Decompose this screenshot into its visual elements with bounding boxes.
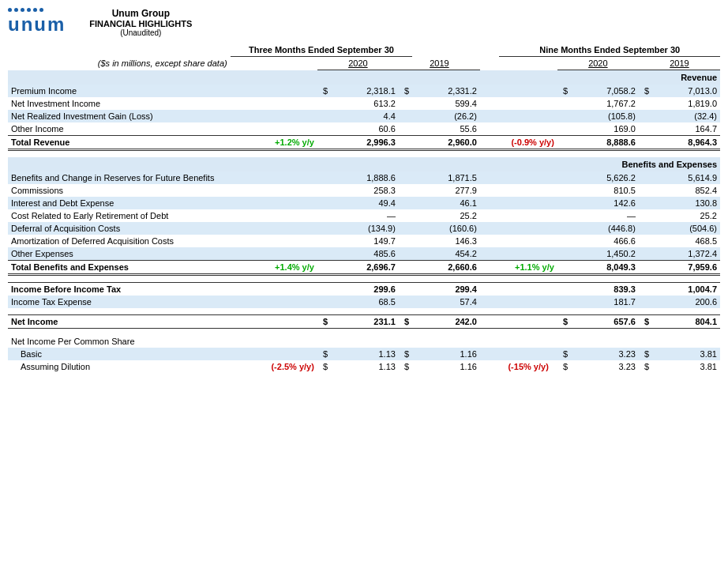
int-debt-ytd-2019: 130.8: [652, 197, 720, 209]
deferral-row: Deferral of Acquisition Costs (134.9) (1…: [8, 222, 720, 235]
diluted-dollar1: $: [317, 360, 331, 373]
premium-q3-2020: 2,318.1: [331, 85, 399, 97]
net-dollar1: $: [317, 315, 331, 329]
net-income-row: Net Income $ 231.1 $ 242.0 $ 657.6 $ 804…: [8, 315, 720, 329]
ytd-2020-header: 2020: [557, 57, 639, 70]
deferral-label: Deferral of Acquisition Costs: [8, 222, 231, 235]
tax-ytd-2019: 200.6: [652, 296, 720, 308]
ben-res-q3-2020: 1,888.6: [331, 171, 399, 184]
total-ben-ytd-2019: 7,959.6: [652, 261, 720, 275]
net-q3-2020: 231.1: [331, 315, 399, 329]
logo: [8, 8, 43, 13]
basic-ytd-2020: 3.23: [571, 348, 639, 360]
other-income-label: Other Income: [8, 122, 231, 136]
total-revenue-label: Total Revenue: [8, 136, 231, 150]
diluted-yoy-q3: (-2.5% y/y): [259, 360, 317, 373]
company-name: Unum Group: [89, 8, 192, 19]
ytd-2019-header: 2019: [639, 57, 720, 70]
early-retirement-row: Cost Related to Early Retirement of Debt…: [8, 209, 720, 222]
other-income-row: Other Income 60.6 55.6 169.0 164.7: [8, 122, 720, 136]
premium-dollar1: $: [317, 85, 331, 97]
net-dollar3: $: [557, 315, 571, 329]
comm-ytd-2019: 852.4: [652, 184, 720, 197]
premium-ytd-2019: 7,013.0: [652, 85, 720, 97]
def-ytd-2019: (504.6): [652, 222, 720, 235]
q3-2019-header: 2019: [399, 57, 480, 70]
ben-res-ytd-2019: 5,614.9: [652, 171, 720, 184]
premium-q3-2019: 2,331.2: [412, 85, 480, 97]
benefits-section-header: Benefits and Expenses: [8, 157, 720, 171]
company-unaudited: (Unaudited): [89, 28, 192, 37]
page-header: unum Unum Group FINANCIAL HIGHLIGHTS (Un…: [8, 8, 720, 37]
net-invest-q3-2019: 599.4: [412, 97, 480, 110]
net-invest-q3-2020: 613.2: [331, 97, 399, 110]
net-income-label: Net Income: [8, 315, 231, 329]
total-revenue-q3-2019: 2,960.0: [412, 136, 480, 150]
tax-row: Income Tax Expense 68.5 57.4 181.7 200.6: [8, 296, 720, 308]
net-realized-row: Net Realized Investment Gain (Loss) 4.4 …: [8, 110, 720, 122]
total-ben-yoy-q3: +1.4% y/y: [259, 261, 317, 275]
net-invest-ytd-2020: 1,767.2: [571, 97, 639, 110]
net-realized-q3-2019: (26.2): [412, 110, 480, 122]
comm-q3-2020: 258.3: [331, 184, 399, 197]
company-subtitle: FINANCIAL HIGHLIGHTS: [89, 19, 192, 28]
year-header-row: ($s in millions, except share data) 2020…: [8, 57, 720, 70]
ibit-q3-2020: 299.6: [331, 283, 399, 296]
diluted-dollar3: $: [557, 360, 571, 373]
company-title: Unum Group FINANCIAL HIGHLIGHTS (Unaudit…: [89, 8, 192, 37]
other-exp-ytd-2019: 1,372.4: [652, 247, 720, 261]
amortization-label: Amortization of Deferred Acquisition Cos…: [8, 235, 231, 247]
other-exp-q3-2020: 485.6: [331, 247, 399, 261]
nine-months-header: Nine Months Ended September 30: [499, 43, 720, 57]
spacer-row-3: [8, 308, 720, 315]
early-retirement-label: Cost Related to Early Retirement of Debt: [8, 209, 231, 222]
other-expenses-row: Other Expenses 485.6 454.2 1,450.2 1,372…: [8, 247, 720, 261]
net-realized-label: Net Realized Investment Gain (Loss): [8, 110, 231, 122]
net-realized-ytd-2020: (105.8): [571, 110, 639, 122]
eps-header-row: Net Income Per Common Share: [8, 335, 720, 348]
diluted-eps-label: Assuming Dilution: [8, 360, 231, 373]
diluted-ytd-2020: 3.23: [571, 360, 639, 373]
spacer-row-2: [8, 275, 720, 283]
q3-2020-header: 2020: [317, 57, 399, 70]
total-revenue-yoy-q3: +1.2% y/y: [259, 136, 317, 150]
ibit-ytd-2020: 839.3: [571, 283, 639, 296]
total-ben-yoy-ytd: +1.1% y/y: [499, 261, 557, 275]
ibit-q3-2019: 299.4: [412, 283, 480, 296]
tax-q3-2020: 68.5: [331, 296, 399, 308]
eps-header-label: Net Income Per Common Share: [8, 335, 231, 348]
basic-eps-row: Basic $ 1.13 $ 1.16 $ 3.23 $ 3.81: [8, 348, 720, 360]
net-investment-label: Net Investment Income: [8, 97, 231, 110]
total-revenue-ytd-2019: 8,964.3: [652, 136, 720, 150]
period-header-row: Three Months Ended September 30 Nine Mon…: [8, 43, 720, 57]
def-ytd-2020: (446.8): [571, 222, 639, 235]
amortization-row: Amortization of Deferred Acquisition Cos…: [8, 235, 720, 247]
description-label: ($s in millions, except share data): [8, 57, 231, 70]
logo-dots: [8, 8, 43, 12]
basic-eps-label: Basic: [8, 348, 231, 360]
diluted-yoy-ytd: (-15% y/y): [499, 360, 557, 373]
net-q3-2019: 242.0: [412, 315, 480, 329]
commissions-label: Commissions: [8, 184, 231, 197]
ibit-row: Income Before Income Tax 299.6 299.4 839…: [8, 283, 720, 296]
other-exp-ytd-2020: 1,450.2: [571, 247, 639, 261]
revenue-section-header: Revenue: [8, 70, 720, 85]
diluted-eps-row: Assuming Dilution (-2.5% y/y) $ 1.13 $ 1…: [8, 360, 720, 373]
other-income-ytd-2019: 164.7: [652, 122, 720, 136]
ibit-ytd-2019: 1,004.7: [652, 283, 720, 296]
benefits-reserves-label: Benefits and Change in Reserves for Futu…: [8, 171, 231, 184]
diluted-q3-2019: 1.16: [412, 360, 480, 373]
benefits-header-label: Benefits and Expenses: [8, 157, 720, 171]
total-ben-q3-2019: 2,660.6: [412, 261, 480, 275]
int-debt-q3-2019: 46.1: [412, 197, 480, 209]
premium-income-row: Premium Income $ 2,318.1 $ 2,331.2 $ 7,0…: [8, 85, 720, 97]
premium-dollar3: $: [557, 85, 571, 97]
early-ret-ytd-2019: 25.2: [652, 209, 720, 222]
total-revenue-q3-2020: 2,996.3: [331, 136, 399, 150]
net-ytd-2019: 804.1: [652, 315, 720, 329]
diluted-dollar4: $: [639, 360, 652, 373]
three-months-header: Three Months Ended September 30: [231, 43, 413, 57]
ibit-label: Income Before Income Tax: [8, 283, 231, 296]
other-income-ytd-2020: 169.0: [571, 122, 639, 136]
net-realized-ytd-2019: (32.4): [652, 110, 720, 122]
